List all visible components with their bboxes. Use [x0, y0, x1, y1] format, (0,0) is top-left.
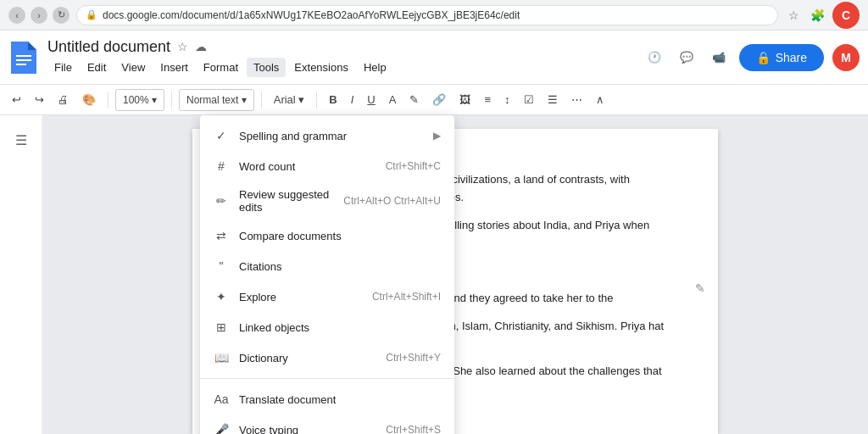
dictionary-label: Dictionary [239, 352, 376, 364]
align-button[interactable]: ≡ [479, 89, 496, 111]
menu-voice-typing[interactable]: 🎤 Voice typing Ctrl+Shift+S [200, 415, 454, 434]
citations-icon: " [214, 259, 229, 274]
docs-sidebar: ☰ [0, 115, 42, 434]
docs-menu: File Edit View Insert Format Tools Exten… [47, 58, 634, 77]
link-button[interactable]: 🔗 [427, 89, 451, 111]
dictionary-shortcut: Ctrl+Shift+Y [386, 352, 441, 364]
explore-label: Explore [239, 291, 362, 303]
translate-icon: Aa [214, 392, 229, 407]
text-color-button[interactable]: A [384, 89, 402, 111]
paragraph-style[interactable]: Normal text ▾ [179, 89, 254, 111]
document-title[interactable]: Untitled document [47, 38, 170, 56]
tools-dropdown-menu: ✓ Spelling and grammar ▶ # Word count Ct… [200, 115, 454, 434]
italic-button[interactable]: I [346, 89, 359, 111]
outline-icon[interactable]: ☰ [15, 132, 27, 148]
toolbar-sep-4 [316, 92, 317, 108]
bookmark-button[interactable]: ☆ [785, 7, 802, 24]
review-shortcut: Ctrl+Alt+O Ctrl+Alt+U [343, 195, 441, 207]
linked-icon: ⊞ [214, 320, 229, 335]
user-avatar[interactable]: M [832, 44, 860, 71]
menu-divider-1 [200, 378, 454, 379]
browser-actions: ☆ 🧩 C [785, 2, 860, 29]
zoom-selector[interactable]: 100% ▾ [115, 89, 164, 111]
menu-translate[interactable]: Aa Translate document [200, 384, 454, 415]
docs-header: Untitled document ☆ ☁ File Edit View Ins… [0, 31, 868, 85]
share-button[interactable]: 🔒 Share [739, 44, 824, 71]
checklist-button[interactable]: ☑ [519, 89, 539, 111]
menu-edit[interactable]: Edit [81, 58, 113, 77]
docs-title-section: Untitled document ☆ ☁ File Edit View Ins… [47, 38, 634, 77]
menu-format[interactable]: Format [197, 58, 245, 77]
docs-main: ☰ India. It was a land of ancient cultur… [0, 115, 868, 434]
docs-logo-icon [11, 42, 36, 74]
menu-linked-objects[interactable]: ⊞ Linked objects [200, 312, 454, 342]
forward-button[interactable]: › [31, 7, 47, 24]
cloud-icon: ☁ [195, 40, 207, 53]
extensions-button[interactable]: 🧩 [809, 7, 826, 24]
linked-label: Linked objects [239, 321, 441, 334]
menu-review-edits[interactable]: ✏ Review suggested edits Ctrl+Alt+O Ctrl… [200, 181, 454, 220]
menu-insert[interactable]: Insert [153, 58, 195, 77]
toolbar-sep-3 [261, 92, 262, 108]
star-icon[interactable]: ☆ [177, 40, 188, 53]
edit-icon[interactable]: ✎ [695, 281, 705, 295]
more-button[interactable]: ⋯ [566, 89, 587, 111]
menu-compare[interactable]: ⇄ Compare documents [200, 220, 454, 251]
share-lock-icon: 🔒 [756, 51, 771, 64]
review-icon: ✏ [214, 193, 229, 209]
svg-rect-3 [16, 59, 31, 61]
undo-button[interactable]: ↩ [7, 89, 26, 111]
menu-help[interactable]: Help [357, 58, 393, 77]
translate-label: Translate document [239, 393, 441, 406]
browser-bar: ‹ › ↻ 🔒 docs.google.com/document/d/1a65x… [0, 0, 868, 31]
menu-citations[interactable]: " Citations [200, 251, 454, 281]
voice-label: Voice typing [239, 424, 376, 435]
menu-spelling-grammar[interactable]: ✓ Spelling and grammar ▶ [200, 120, 454, 151]
comments-button[interactable]: 💬 [675, 47, 698, 69]
url-text: docs.google.com/document/d/1a65xNWUg17KE… [103, 9, 520, 21]
browser-controls: ‹ › ↻ [8, 7, 70, 24]
list-button[interactable]: ☰ [542, 89, 563, 111]
menu-tools[interactable]: Tools [247, 58, 286, 77]
menu-extensions[interactable]: Extensions [287, 58, 355, 77]
word-count-shortcut: Ctrl+Shift+C [386, 160, 441, 172]
explore-shortcut: Ctrl+Alt+Shift+I [372, 291, 441, 303]
menu-view[interactable]: View [114, 58, 152, 77]
reload-button[interactable]: ↻ [53, 7, 70, 24]
docs-toolbar: ↩ ↪ 🖨 🎨 100% ▾ Normal text ▾ Arial ▾ B I… [0, 85, 868, 115]
review-label: Review suggested edits [239, 188, 333, 214]
docs-content: India. It was a land of ancient cultures… [42, 115, 868, 434]
redo-button[interactable]: ↪ [30, 89, 49, 111]
browser-avatar[interactable]: C [832, 2, 860, 29]
meet-button[interactable]: 📹 [707, 47, 731, 69]
compare-icon: ⇄ [214, 228, 229, 243]
highlight-button[interactable]: ✎ [404, 89, 424, 111]
menu-file[interactable]: File [47, 58, 79, 77]
svg-marker-1 [28, 42, 36, 50]
word-count-label: Word count [239, 160, 376, 173]
menu-dictionary[interactable]: 📖 Dictionary Ctrl+Shift+Y [200, 342, 454, 373]
image-button[interactable]: 🖼 [454, 89, 476, 111]
docs-logo [8, 39, 39, 76]
menu-word-count[interactable]: # Word count Ctrl+Shift+C [200, 151, 454, 181]
compare-label: Compare documents [239, 230, 441, 242]
underline-button[interactable]: U [362, 89, 380, 111]
menu-explore[interactable]: ✦ Explore Ctrl+Alt+Shift+I [200, 281, 454, 312]
back-button[interactable]: ‹ [8, 7, 25, 24]
font-selector[interactable]: Arial ▾ [269, 89, 310, 111]
print-button[interactable]: 🖨 [53, 89, 74, 111]
spell-arrow-icon: ▶ [433, 130, 441, 142]
svg-rect-2 [16, 55, 31, 57]
docs-title-row: Untitled document ☆ ☁ [47, 38, 634, 56]
collapse-button[interactable]: ∧ [591, 89, 609, 111]
history-button[interactable]: 🕐 [643, 47, 666, 69]
bold-button[interactable]: B [324, 89, 342, 111]
toolbar-sep-1 [108, 92, 108, 108]
svg-rect-4 [16, 64, 26, 65]
dictionary-icon: 📖 [214, 350, 229, 365]
linespacing-button[interactable]: ↕ [499, 89, 515, 111]
citations-label: Citations [239, 260, 441, 273]
paintformat-button[interactable]: 🎨 [77, 89, 101, 111]
address-bar[interactable]: 🔒 docs.google.com/document/d/1a65xNWUg17… [76, 5, 778, 25]
voice-shortcut: Ctrl+Shift+S [386, 424, 441, 434]
